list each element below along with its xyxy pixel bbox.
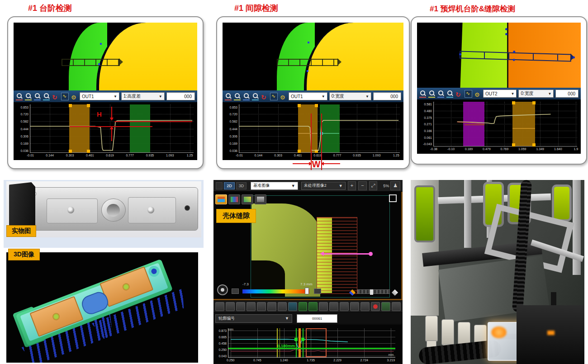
measure-value-box[interactable]: 000 xyxy=(555,90,579,98)
output-select-value: OUT1 xyxy=(291,94,303,99)
output-select[interactable]: OUT1▼ xyxy=(80,92,119,100)
image-select[interactable]: 基准图像▼ xyxy=(251,182,298,190)
measure-value-box[interactable]: 000 xyxy=(373,92,401,100)
settings-icon[interactable] xyxy=(474,90,481,97)
zoom-in-icon[interactable] xyxy=(419,90,426,98)
gray-image-icon[interactable] xyxy=(255,194,266,204)
record-icon[interactable] xyxy=(371,302,380,311)
roi-arrow-box[interactable] xyxy=(277,59,338,66)
tab-2d[interactable]: 2D xyxy=(224,182,235,189)
zoom-fit-icon[interactable] xyxy=(43,93,50,100)
zoom-fit-icon[interactable] xyxy=(252,93,259,100)
chevron-down-icon: ▼ xyxy=(285,316,289,321)
chart-element: 0.619 xyxy=(106,154,114,157)
chart-element: 1.240 xyxy=(280,359,288,362)
chevron-down-icon: ▼ xyxy=(159,95,162,99)
colormap-icon[interactable] xyxy=(242,194,253,204)
height-color-scale[interactable] xyxy=(242,289,309,293)
user-icon[interactable]: ♟ xyxy=(390,181,400,190)
measure-icon[interactable] xyxy=(278,302,287,311)
roi-handle-dot[interactable] xyxy=(459,53,461,56)
settings-icon[interactable] xyxy=(280,93,287,100)
zoom-region-icon[interactable] xyxy=(34,93,41,100)
grid-icon[interactable] xyxy=(288,302,297,311)
clamp-unit xyxy=(441,319,454,345)
settings-icon[interactable] xyxy=(71,93,78,100)
profile-compare-icon[interactable] xyxy=(299,302,308,311)
pan-icon[interactable] xyxy=(247,302,256,311)
chart-element: 1.735 xyxy=(307,359,315,362)
zoom-out-icon[interactable] xyxy=(236,302,245,311)
noise-dot xyxy=(100,43,102,45)
fit-icon[interactable] xyxy=(267,302,276,311)
mask-icon[interactable] xyxy=(308,302,318,311)
settings-icon[interactable] xyxy=(215,302,224,311)
zoom-in-icon[interactable] xyxy=(226,302,235,311)
overlay-icon[interactable] xyxy=(392,302,401,311)
slider-handle[interactable] xyxy=(370,289,373,295)
export-icon[interactable] xyxy=(381,302,390,311)
reset-icon[interactable] xyxy=(261,93,268,100)
yellow-height-region xyxy=(96,23,197,90)
scale-left-button[interactable] xyxy=(232,288,239,294)
chart-element: 1.093 xyxy=(373,154,381,157)
reset-icon[interactable] xyxy=(455,90,462,97)
zoom-in-icon[interactable] xyxy=(225,93,232,100)
display-settings-icon[interactable] xyxy=(217,284,228,295)
toolbar-icons xyxy=(225,93,287,100)
measure-mode-select[interactable]: 1:高度差▼ xyxy=(121,92,165,100)
heightmap-view xyxy=(223,23,403,90)
chevron-down-icon: ▼ xyxy=(322,95,325,99)
zoom-out-icon[interactable] xyxy=(25,93,32,100)
zoom-out-icon[interactable] xyxy=(234,93,241,100)
waveform-icon[interactable] xyxy=(465,90,472,98)
fullscreen-icon[interactable] xyxy=(389,194,397,202)
marker-diamond-icon[interactable] xyxy=(392,289,398,296)
roi-scale-icon[interactable] xyxy=(350,302,359,311)
zoom-fit-icon[interactable]: ⤢ xyxy=(369,181,378,190)
title-gap-detection: #1 间隙检测 xyxy=(234,3,278,14)
chart-element: 0.461 xyxy=(86,154,94,157)
measure-value-box[interactable]: 000 xyxy=(166,92,195,100)
zoom-out-icon[interactable] xyxy=(428,90,435,98)
measure-mode-select[interactable]: 0:宽度▼ xyxy=(329,92,371,100)
chart-element: 0.306 xyxy=(229,134,237,137)
profile-number-select[interactable]: 轮廓编号▼ xyxy=(215,314,292,323)
rotate-icon[interactable] xyxy=(257,302,266,311)
chart-element xyxy=(228,348,395,349)
measurement-arrow[interactable] xyxy=(324,253,371,255)
render-label: 3D图像 xyxy=(8,249,40,260)
tab-3d[interactable]: 3D xyxy=(236,182,247,189)
layout-icon[interactable] xyxy=(216,182,223,189)
scale-right-button[interactable] xyxy=(314,288,321,294)
chart-element: 0.461 xyxy=(294,154,302,157)
roi-arrow-box[interactable] xyxy=(62,59,120,66)
capture-icon[interactable] xyxy=(329,302,338,311)
zoom-fit-icon[interactable] xyxy=(446,90,453,98)
waveform-icon[interactable] xyxy=(61,93,69,100)
roi-handle-dot[interactable] xyxy=(573,57,575,59)
roi-handle-dot[interactable] xyxy=(513,51,516,53)
scale-handle[interactable] xyxy=(305,288,309,294)
zoom-in-icon[interactable]: + xyxy=(348,181,356,190)
roi-box-icon[interactable] xyxy=(340,302,349,311)
chart-element: 0.745 xyxy=(253,359,261,362)
zoom-region-icon[interactable] xyxy=(437,90,444,98)
output-select[interactable]: OUT1▼ xyxy=(289,92,327,100)
profile-number-value[interactable]: 00061 xyxy=(297,314,337,323)
measure-mode-select[interactable]: 0:宽度▼ xyxy=(518,90,554,98)
height-image-icon[interactable] xyxy=(215,194,227,204)
reset-icon[interactable] xyxy=(52,93,59,100)
chevron-down-icon: ▼ xyxy=(339,184,343,188)
zoom-region-icon[interactable] xyxy=(243,93,250,100)
threshold-icon[interactable] xyxy=(319,302,328,311)
profile-icon[interactable] xyxy=(228,194,240,204)
zoom-out-icon[interactable]: − xyxy=(358,181,367,190)
roi-move-icon[interactable] xyxy=(360,302,370,311)
output-select[interactable]: OUT2▼ xyxy=(483,90,517,98)
zoom-in-icon[interactable] xyxy=(16,93,23,100)
real-part-photo: 实物图 xyxy=(4,180,204,248)
position-slider[interactable] xyxy=(357,289,390,294)
waveform-icon[interactable] xyxy=(270,93,278,100)
image2-select[interactable]: 未处理图像2▼ xyxy=(301,182,346,190)
